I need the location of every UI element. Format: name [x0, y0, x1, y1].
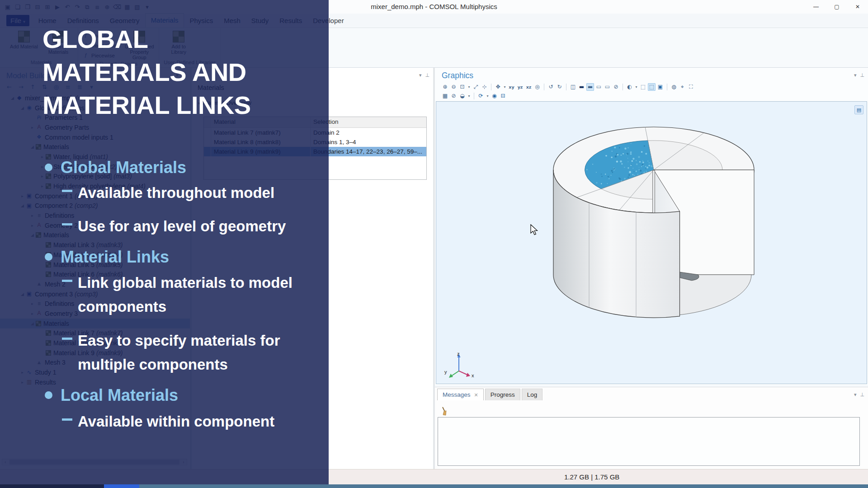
axis-x-label: x: [472, 373, 474, 378]
dash-icon: [62, 338, 72, 340]
dash-icon: [62, 280, 72, 282]
highlight-selection-icon[interactable]: ⬚: [648, 83, 656, 91]
zoom-out-icon[interactable]: ⊖: [450, 83, 458, 91]
mouse-cursor: [530, 224, 540, 236]
memory-usage: 1.27 GB | 1.75 GB: [564, 473, 619, 481]
dash-icon: [62, 190, 72, 192]
view-face-back-icon[interactable]: ▭: [604, 83, 611, 91]
settings-panel-controls: ▾⊥: [419, 72, 429, 78]
video-progress-playhead[interactable]: [104, 484, 139, 488]
slide-sub-item: Easy to specify materials for multiple c…: [78, 328, 313, 376]
zoom-box-icon[interactable]: ⊡: [458, 83, 466, 91]
slide-overlay: GLOBAL MATERIALS AND MATERIAL LINKS Glob…: [0, 0, 329, 484]
panel-pin-icon[interactable]: ⊥: [860, 72, 864, 78]
graphics-panel: Graphics ▾⊥ ⊕⊖⊡▾⤢⊹✥▾xyyzxz◎↺↻◫▬▬▭▭⊘◐▾⬚⬚▣…: [435, 68, 868, 385]
close-button[interactable]: ✕: [847, 0, 868, 14]
update-view-icon[interactable]: ⟳: [477, 92, 485, 100]
slide-sub-item: Available within component: [78, 409, 274, 433]
toolbar-separator: [491, 84, 491, 90]
toolbar-separator: [623, 84, 623, 90]
evaluate-table-icon[interactable]: ▦: [441, 92, 449, 100]
tab-log[interactable]: Log: [522, 389, 543, 400]
slide-bullet-heading: Material Links: [61, 247, 169, 267]
slide-bullet-heading: Global Materials: [61, 157, 186, 178]
panel-menu-icon[interactable]: ▾: [854, 392, 857, 398]
panel-menu-icon[interactable]: ▾: [854, 72, 857, 78]
axis-y-label: y: [444, 369, 447, 375]
view-xz-plane-icon[interactable]: xz: [525, 83, 533, 91]
toolbar-separator: [566, 84, 566, 90]
maximize-button[interactable]: ▢: [826, 0, 847, 14]
messages-tab-bar: Messages✕ProgressLog: [437, 389, 542, 400]
scene-solid-icon[interactable]: ▬: [578, 83, 585, 91]
fullscreen-icon[interactable]: ⛶: [687, 83, 695, 91]
toolbar-separator: [667, 84, 667, 90]
toolbar-separator: [544, 84, 544, 90]
zoom-to-selection-icon[interactable]: ⌖: [679, 83, 686, 91]
view-dropdown-icon[interactable]: ▾: [503, 83, 507, 91]
panel-menu-icon[interactable]: ▾: [419, 72, 422, 78]
graphics-toolbar-row2: ▦⊘◒▾⟳▾◉⊟: [441, 91, 507, 100]
bullet-dot: [45, 391, 52, 399]
zoom-extents-icon[interactable]: ⤢: [472, 83, 480, 91]
print-icon[interactable]: ⊟: [499, 92, 507, 100]
bullet-dot: [45, 253, 52, 261]
minimize-button[interactable]: —: [806, 0, 826, 14]
slide-bullet-heading: Local Materials: [61, 385, 178, 406]
show-material-color-icon[interactable]: ◍: [670, 83, 678, 91]
tab-messages[interactable]: Messages✕: [437, 389, 484, 400]
go-to-default-view-icon[interactable]: ✥: [494, 83, 502, 91]
scene-light-icon[interactable]: ◐: [626, 83, 633, 91]
view-xy-plane-icon[interactable]: xy: [508, 83, 515, 91]
view-face-top-icon[interactable]: ▬: [586, 83, 594, 91]
messages-panel: Messages✕ProgressLog ▾⊥: [435, 387, 868, 469]
close-tab-icon[interactable]: ✕: [474, 392, 478, 398]
tab-progress[interactable]: Progress: [485, 389, 520, 400]
dash-icon: [62, 223, 72, 225]
messages-panel-controls: ▾⊥: [854, 392, 864, 398]
slide-title: GLOBAL MATERIALS AND MATERIAL LINKS: [42, 23, 251, 122]
select-box-icon[interactable]: ⬚: [639, 83, 647, 91]
color-theme-dropdown-icon[interactable]: ▾: [467, 92, 471, 100]
image-snapshot-icon[interactable]: ◉: [491, 92, 498, 100]
update-dropdown-icon[interactable]: ▾: [486, 92, 490, 100]
slide-sub-item: Link global materials to model component…: [78, 271, 313, 319]
orthographic-projection-icon[interactable]: ◎: [533, 83, 541, 91]
slide-sub-item: Use for any level of geometry: [78, 214, 286, 238]
rotate-counterclockwise-icon[interactable]: ↺: [547, 83, 555, 91]
zoom-selected-icon[interactable]: ⊹: [481, 83, 488, 91]
video-progress-remaining[interactable]: [139, 484, 868, 488]
coordinate-triad: z y x: [443, 351, 476, 379]
scene-light-dropdown-icon[interactable]: ▾: [634, 83, 638, 91]
panel-pin-icon[interactable]: ⊥: [425, 72, 429, 78]
view-yz-plane-icon[interactable]: yz: [516, 83, 524, 91]
color-theme-icon[interactable]: ◒: [458, 92, 466, 100]
dash-icon: [62, 418, 72, 421]
reset-hiding-icon[interactable]: ⊘: [612, 83, 620, 91]
graphics-window-settings-icon[interactable]: ▤: [854, 105, 863, 114]
graphics-canvas[interactable]: ▤ z y x: [436, 101, 867, 384]
graphics-toolbar-row1: ⊕⊖⊡▾⤢⊹✥▾xyyzxz◎↺↻◫▬▬▭▭⊘◐▾⬚⬚▣◍⌖⛶: [441, 82, 695, 91]
slide-sub-item: Available throughout model: [78, 181, 274, 205]
zoom-dropdown-icon[interactable]: ▾: [467, 83, 471, 91]
rotate-clockwise-icon[interactable]: ↻: [556, 83, 563, 91]
graphics-panel-controls: ▾⊥: [854, 72, 864, 78]
window-controls: —▢✕: [806, 0, 868, 14]
toolbar-separator: [474, 93, 474, 99]
comsol-window: mixer_demo.mph - COMSOL Multiphysics ▣❏❐…: [0, 0, 868, 488]
axis-z-label: z: [457, 351, 460, 357]
zoom-in-icon[interactable]: ⊕: [441, 83, 449, 91]
clear-messages-icon[interactable]: [440, 406, 449, 416]
view-face-front-icon[interactable]: ▭: [595, 83, 603, 91]
transparency-icon[interactable]: ◫: [569, 83, 577, 91]
bullet-dot: [45, 164, 52, 171]
panel-pin-icon[interactable]: ⊥: [860, 392, 864, 398]
video-progress-played[interactable]: [0, 484, 104, 488]
graphics-title: Graphics: [442, 71, 473, 80]
applied-selections-icon[interactable]: ▣: [656, 83, 664, 91]
mixer-3d-model: [436, 102, 867, 384]
messages-output[interactable]: [438, 417, 860, 466]
hide-geometric-entities-icon[interactable]: ⊘: [450, 92, 458, 100]
